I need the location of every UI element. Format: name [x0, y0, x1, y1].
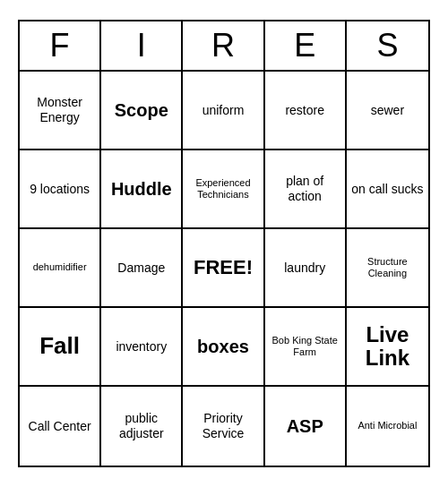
bingo-cell: Monster Energy	[20, 72, 101, 150]
bingo-cell: Huddle	[101, 150, 183, 229]
bingo-cell: Call Center	[20, 387, 101, 466]
bingo-cell: Fall	[20, 308, 101, 387]
bingo-cell: Priority Service	[183, 387, 264, 466]
bingo-cell: Structure Cleaning	[347, 229, 428, 308]
bingo-cell: FREE!	[183, 229, 264, 308]
bingo-cell: Damage	[101, 229, 183, 308]
bingo-cell: dehumidifier	[20, 229, 101, 308]
bingo-cell: laundry	[265, 229, 347, 308]
bingo-header: FIRES	[20, 21, 428, 72]
bingo-cell: on call sucks	[347, 150, 428, 229]
bingo-cell: uniform	[183, 72, 264, 150]
bingo-cell: boxes	[183, 308, 264, 387]
bingo-cell: public adjuster	[101, 387, 183, 466]
bingo-cell: inventory	[101, 308, 183, 387]
bingo-card: FIRES Monster EnergyScopeuniformrestores…	[18, 20, 430, 467]
bingo-cell: Anti Microbial	[347, 387, 428, 466]
bingo-grid: Monster EnergyScopeuniformrestoresewer9 …	[20, 72, 428, 466]
header-letter: F	[20, 21, 101, 70]
bingo-cell: Experienced Technicians	[183, 150, 264, 229]
header-letter: R	[183, 21, 264, 70]
bingo-cell: Scope	[101, 72, 183, 150]
bingo-cell: restore	[265, 72, 347, 150]
bingo-cell: Live Link	[347, 308, 428, 387]
bingo-cell: Bob King State Farm	[265, 308, 347, 387]
header-letter: I	[101, 21, 183, 70]
bingo-cell: 9 locations	[20, 150, 101, 229]
bingo-cell: ASP	[265, 387, 347, 466]
header-letter: E	[265, 21, 347, 70]
bingo-cell: sewer	[347, 72, 428, 150]
header-letter: S	[347, 21, 428, 70]
bingo-cell: plan of action	[265, 150, 347, 229]
